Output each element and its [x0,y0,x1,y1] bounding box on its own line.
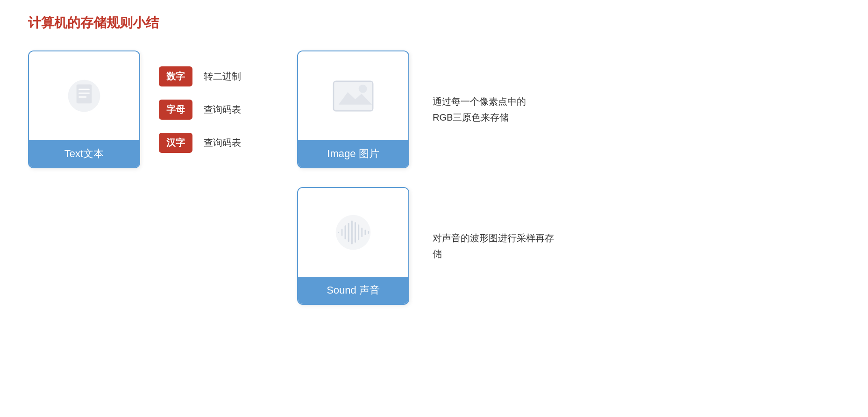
image-card-footer: Image 图片 [298,140,408,167]
badge-desc-zumu: 查询码表 [204,103,241,116]
page-container: 计算机的存储规则小结 Text文本 [0,0,868,417]
svg-rect-5 [334,81,373,111]
sound-card-body [298,188,408,277]
badges-section: 数字 转二进制 字母 查询码表 汉字 查询码表 [159,66,241,153]
badge-desc-hanzi: 查询码表 [204,137,241,149]
image-card: Image 图片 [297,50,409,168]
badge-desc-shuzi: 转二进制 [204,70,241,83]
image-row: Image 图片 通过每一个像素点中的 RGB三原色来存储 [297,50,526,168]
badge-zumu: 字母 [159,100,192,120]
badge-row-shuzi: 数字 转二进制 [159,66,241,86]
left-section: Text文本 数字 转二进制 字母 查询码表 汉字 查询码表 [28,50,241,168]
main-layout: Text文本 数字 转二进制 字母 查询码表 汉字 查询码表 [28,50,840,305]
badge-hanzi: 汉字 [159,133,192,153]
sound-icon [330,214,377,251]
badge-row-hanzi: 汉字 查询码表 [159,133,241,153]
image-icon [330,76,377,116]
page-title: 计算机的存储规则小结 [28,14,840,32]
text-card-footer: Text文本 [29,140,139,167]
text-card: Text文本 [28,50,140,168]
sound-card-footer: Sound 声音 [298,277,408,304]
document-icon [63,75,105,117]
sound-card: Sound 声音 [297,187,409,305]
badge-row-zumu: 字母 查询码表 [159,100,241,120]
badge-shuzi: 数字 [159,66,192,86]
svg-rect-1 [77,84,92,103]
text-card-body [29,51,139,140]
sound-row: Sound 声音 对声音的波形图进行采样再存储 [297,187,554,305]
right-section: Image 图片 通过每一个像素点中的 RGB三原色来存储 [297,50,554,305]
image-card-body [298,51,408,140]
sound-desc: 对声音的波形图进行采样再存储 [433,230,554,262]
image-desc: 通过每一个像素点中的 RGB三原色来存储 [433,93,526,125]
svg-point-8 [359,84,367,93]
